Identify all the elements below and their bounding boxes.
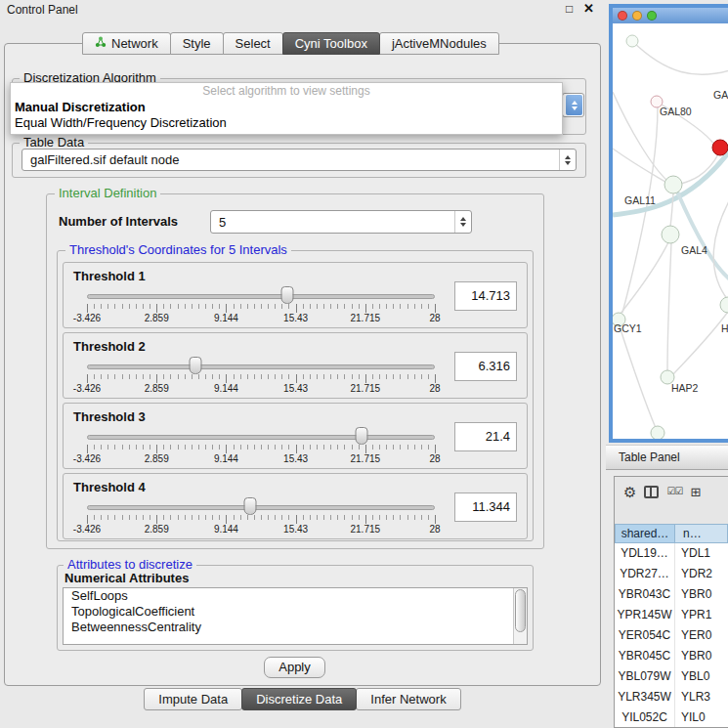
- table-row[interactable]: YDL19…YDL1: [615, 543, 728, 564]
- table-data-combo-value: galFiltered.sif default node: [22, 150, 559, 170]
- number-of-intervals-label: Number of Intervals: [59, 214, 178, 229]
- tab-style[interactable]: Style: [170, 32, 224, 55]
- close-window-icon[interactable]: ✕: [583, 1, 594, 16]
- threshold-value-field[interactable]: 14.713: [454, 281, 517, 311]
- algorithm-option-manual-discretization[interactable]: Manual Discretization: [11, 100, 562, 115]
- slider-scale-label: 21.715: [351, 313, 381, 323]
- list-scrollbar[interactable]: [513, 588, 527, 644]
- slider-ticks: [87, 445, 435, 453]
- top-tab-bar: NetworkStyleSelectCyni ToolboxjActiveMNo…: [82, 32, 498, 55]
- float-window-icon[interactable]: □: [566, 2, 573, 16]
- slider-scale-label: 28: [429, 313, 440, 323]
- algorithm-dropdown-popup: Select algorithm to view settings Manual…: [10, 82, 563, 135]
- select-columns-icon[interactable]: ☑☑: [666, 487, 682, 496]
- table-data-combo[interactable]: galFiltered.sif default node: [21, 149, 577, 171]
- threshold-slider-thumb[interactable]: [355, 427, 367, 445]
- table-row[interactable]: YBR045CYBR0: [615, 646, 728, 666]
- threshold-panel-3: Threshold 3-3.4262.8599.14415.4321.71528…: [63, 403, 528, 469]
- threshold-value-field[interactable]: 11.344: [454, 492, 517, 522]
- threshold-slider-thumb[interactable]: [244, 497, 257, 515]
- threshold-panel-1: Threshold 1-3.4262.8599.14415.4321.71528…: [63, 262, 528, 328]
- network-canvas[interactable]: GAL80GAGAL11GAL4GCY1HAP2H: [613, 23, 728, 439]
- slider-scale-label: -3.426: [73, 313, 101, 323]
- slider-scale-label: 15.43: [283, 313, 308, 323]
- network-node-ga[interactable]: [712, 140, 728, 155]
- slider-scale-label: 2.859: [145, 453, 169, 464]
- threshold-value-field[interactable]: 6.316: [454, 352, 517, 381]
- bottom-tab-discretize-data[interactable]: Discretize Data: [241, 688, 357, 710]
- threshold-slider-track[interactable]: [87, 364, 435, 369]
- table-toolbar: ⚙ ☑☑ ⊞: [615, 477, 728, 506]
- bottom-tab-bar: Impute DataDiscretize DataInfer Network: [0, 688, 604, 710]
- table-row[interactable]: YPR145WYPR1: [615, 605, 728, 625]
- slider-scale: -3.4262.8599.14415.4321.71528: [87, 453, 435, 465]
- algorithm-combo[interactable]: [562, 93, 584, 117]
- network-node[interactable]: [626, 35, 638, 47]
- column-header-name[interactable]: n…: [675, 524, 728, 543]
- network-node-gal4[interactable]: [662, 226, 679, 243]
- table-panel-title: Table Panel: [619, 446, 728, 469]
- cell-name: YLR3: [675, 687, 728, 707]
- table-row[interactable]: YBR043CYBR0: [615, 584, 728, 605]
- grid-icon[interactable]: ⊞: [690, 486, 701, 498]
- table-row[interactable]: YIL052CYIL0: [615, 707, 728, 727]
- table-row[interactable]: YBL079WYBL0: [615, 666, 728, 687]
- tab-select[interactable]: Select: [223, 32, 283, 55]
- threshold-panel-2: Threshold 2-3.4262.8599.14415.4321.71528…: [63, 332, 528, 399]
- node-label: GAL11: [624, 194, 656, 206]
- slider-scale-label: 21.715: [351, 524, 381, 535]
- combo-stepper[interactable]: [559, 150, 576, 170]
- threshold-slider-track[interactable]: [87, 505, 435, 510]
- cell-shared-name: YER054C: [615, 625, 675, 646]
- threshold-slider-track[interactable]: [87, 294, 435, 299]
- number-of-intervals-value: 5: [211, 211, 454, 233]
- number-of-intervals-spinner[interactable]: 5: [210, 210, 472, 234]
- cell-name: YBL0: [675, 666, 728, 687]
- bottom-tab-infer-network[interactable]: Infer Network: [356, 688, 460, 710]
- network-node-gal11[interactable]: [664, 176, 682, 193]
- table-row[interactable]: YLR345WYLR3: [615, 687, 728, 707]
- network-node[interactable]: [651, 426, 664, 439]
- threshold-slider-track[interactable]: [87, 435, 435, 440]
- zoom-button[interactable]: [647, 11, 657, 21]
- threshold-label: Threshold 4: [73, 480, 146, 494]
- attribute-item-topologicalcoefficient[interactable]: TopologicalCoefficient: [64, 604, 527, 620]
- columns-icon[interactable]: [644, 486, 659, 498]
- gear-icon[interactable]: ⚙: [623, 485, 636, 499]
- table-header-row: shared… n…: [615, 524, 728, 543]
- attribute-item-betweennesscentrality[interactable]: BetweennessCentrality: [64, 620, 527, 635]
- tab-cyni-toolbox[interactable]: Cyni Toolbox: [282, 32, 380, 55]
- bottom-tab-impute-data[interactable]: Impute Data: [144, 688, 242, 710]
- table-row[interactable]: YER054CYER0: [615, 625, 728, 646]
- tab-label: Select: [236, 36, 271, 51]
- threshold-slider-thumb[interactable]: [189, 357, 201, 374]
- attributes-group-label: Attributes to discretize: [64, 558, 196, 572]
- column-header-shared-name[interactable]: shared…: [615, 524, 675, 543]
- network-window-titlebar: [613, 8, 728, 23]
- spinner-stepper[interactable]: [454, 211, 471, 233]
- table-row[interactable]: YDR27…YDR2: [615, 564, 728, 584]
- chevron-down-icon: [572, 107, 578, 110]
- numerical-attributes-label: Numerical Attributes: [64, 571, 189, 585]
- combo-stepper[interactable]: [566, 95, 582, 115]
- slider-scale-label: 2.859: [145, 524, 169, 535]
- threshold-value-field[interactable]: 21.4: [454, 422, 517, 451]
- tab-network[interactable]: Network: [82, 32, 171, 55]
- close-button[interactable]: [618, 11, 627, 21]
- slider-scale-label: -3.426: [73, 524, 101, 535]
- attribute-item-selfloops[interactable]: SelfLoops: [64, 588, 527, 604]
- threshold-slider-thumb[interactable]: [281, 286, 294, 304]
- slider-ticks: [87, 304, 435, 313]
- tab-label: Cyni Toolbox: [295, 36, 367, 51]
- slider-scale-label: 28: [429, 524, 440, 535]
- minimize-button[interactable]: [632, 11, 642, 21]
- cell-shared-name: YBR043C: [615, 584, 675, 605]
- algorithm-option-equal-width-frequency-discretization[interactable]: Equal Width/Frequency Discretization: [11, 115, 562, 131]
- tab-jactivemnodules[interactable]: jActiveMNodules: [379, 32, 499, 55]
- scrollbar-thumb[interactable]: [515, 589, 526, 632]
- network-icon: [95, 36, 107, 51]
- tab-label: jActiveMNodules: [392, 36, 487, 51]
- network-node-h[interactable]: [720, 297, 728, 313]
- apply-button[interactable]: Apply: [264, 657, 325, 678]
- slider-scale: -3.4262.8599.14415.4321.71528: [87, 524, 435, 535]
